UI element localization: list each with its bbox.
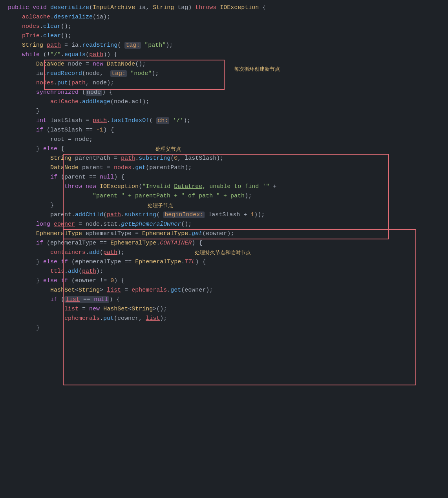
code-container: public void deserialize(InputArchive ia,… — [0, 0, 448, 336]
line-27-wrapper: 处理持久节点和临时节点 containers.add(path); — [6, 248, 448, 257]
code-line-8: ia.readRecord(node, tag: "node"); — [6, 69, 448, 78]
code-line-2: aclCache.deserialize(ia); — [6, 13, 448, 22]
code-line-7: DataNode node = new DataNode(); — [6, 60, 448, 69]
code-line-19: if (parent == null) { — [6, 173, 448, 182]
code-line-1: public void deserialize(InputArchive ia,… — [6, 3, 448, 13]
code-line-15: root = node; — [6, 135, 448, 144]
code-line-12: } — [6, 107, 448, 116]
code-line-23: parent.addChild(path.substring( beginInd… — [6, 210, 448, 220]
code-line-33: list = new HashSet<String>(); — [6, 305, 448, 314]
code-line-30: } else if (eowner != 0) { — [6, 276, 448, 286]
code-line-29: ttls.add(path); — [6, 267, 448, 276]
code-line-32: if (list == null) { — [6, 295, 448, 305]
code-line-20: throw new IOException("Invalid Datatree,… — [6, 182, 448, 192]
code-line-35: } — [6, 323, 448, 333]
code-line-10: synchronized (node) { — [6, 88, 448, 97]
code-line-16: } else { — [6, 144, 448, 154]
code-line-34: ephemerals.put(eowner, list); — [6, 314, 448, 323]
red-box-2-wrapper: String parentPath = path.substring(0, la… — [6, 154, 448, 220]
code-line-6: while (!"/".equals(path)) { — [6, 50, 448, 60]
code-line-27: containers.add(path); — [6, 248, 448, 257]
code-line-14: if (lastSlash == -1) { — [6, 126, 448, 135]
code-line-5: String path = ia.readString( tag: "path"… — [6, 41, 448, 50]
line-16-wrapper: 处理父节点 } else { — [6, 144, 448, 154]
code-line-4: pTrie.clear(); — [6, 31, 448, 41]
code-line-11: aclCache.addUsage(node.acl); — [6, 97, 448, 107]
code-line-22: } — [6, 201, 448, 210]
code-line-31: HashSet<String> list = ephemerals.get(eo… — [6, 286, 448, 295]
code-line-28: } else if (ephemeralType == EphemeralTyp… — [6, 257, 448, 267]
code-line-9: nodes.put(path, node); — [6, 78, 448, 88]
code-wrapper: public void deserialize(InputArchive ia,… — [6, 3, 448, 333]
code-line-26: if (ephemeralType == EphemeralType.CONTA… — [6, 239, 448, 248]
code-line-18: DataNode parent = nodes.get(parentPath); — [6, 163, 448, 173]
red-box-1-wrapper: 每次循环创建新节点 DataNode node = new DataNode()… — [6, 60, 448, 88]
code-line-13: int lastSlash = path.lastIndexOf( ch: '/… — [6, 116, 448, 126]
code-line-17: String parentPath = path.substring(0, la… — [6, 154, 448, 163]
code-line-25: EphemeralType ephemeralType = EphemeralT… — [6, 229, 448, 239]
line-22-wrapper: 处理子节点 } — [6, 201, 448, 210]
code-line-21: "parent " + parentPath + " of path " + p… — [6, 192, 448, 201]
code-line-24: long eowner = node.stat.getEphemeralOwne… — [6, 220, 448, 229]
red-box-3-wrapper: EphemeralType ephemeralType = EphemeralT… — [6, 229, 448, 333]
code-line-3: nodes.clear(); — [6, 22, 448, 31]
